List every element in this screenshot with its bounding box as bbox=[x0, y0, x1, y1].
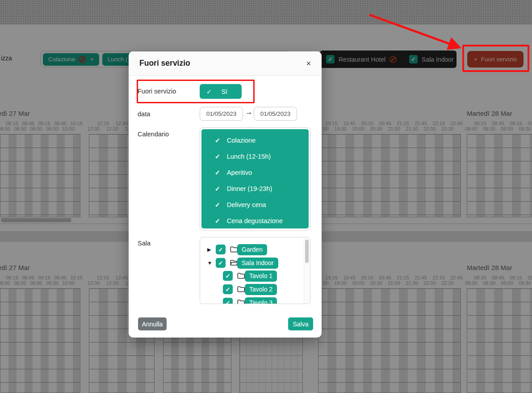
cancel-button[interactable]: Annulla bbox=[138, 317, 167, 330]
check-icon: ✓ bbox=[206, 88, 212, 95]
calendario-option[interactable]: ✓Lunch (12-15h) bbox=[201, 148, 309, 165]
date-from-input[interactable] bbox=[200, 107, 243, 121]
caret-right-icon[interactable]: ▶ bbox=[207, 247, 211, 253]
calendario-option[interactable]: ✓Colazione bbox=[201, 132, 309, 148]
calendario-option-label: Delivery cena bbox=[227, 201, 266, 208]
check-icon: ✓ bbox=[215, 137, 220, 144]
out-of-service-toggle[interactable]: ✓ Sì bbox=[200, 84, 242, 99]
folder-icon bbox=[237, 285, 246, 294]
toggle-value: Sì bbox=[222, 88, 227, 95]
calendario-option[interactable]: ✓Aperitivo bbox=[201, 165, 309, 181]
tree-checkbox[interactable]: ✓ bbox=[223, 298, 233, 304]
caret-down-icon[interactable]: ▼ bbox=[207, 260, 212, 266]
calendario-option-label: Dinner (19-23h) bbox=[227, 185, 272, 192]
tree-checkbox[interactable]: ✓ bbox=[216, 245, 226, 254]
tree-row-tavolo-2: ✓Tavolo 2 bbox=[200, 283, 304, 295]
out-of-service-field-label: Fuori servizio bbox=[138, 88, 176, 95]
tree-node-label[interactable]: Tavolo 1 bbox=[245, 270, 277, 282]
calendario-option[interactable]: ✓Cena degustazione bbox=[201, 213, 309, 229]
calendario-option-label: Colazione bbox=[227, 137, 256, 144]
tree-node-label[interactable]: Garden bbox=[237, 244, 267, 255]
save-button[interactable]: Salva bbox=[288, 317, 313, 330]
calendario-listbox: ✓Colazione✓Lunch (12-15h)✓Aperitivo✓Dinn… bbox=[200, 127, 310, 230]
screen: izza Colazione×Lunch (12-15h) ✓Restauran… bbox=[0, 0, 532, 393]
check-icon: ✓ bbox=[215, 201, 220, 208]
calendario-option-label: Lunch (12-15h) bbox=[227, 153, 271, 160]
tree-row-sala-indoor: ▼✓Sala Indoor bbox=[200, 257, 304, 269]
sala-field-label: Sala bbox=[138, 240, 151, 247]
date-to-input[interactable] bbox=[254, 107, 297, 121]
tree-scrollbar[interactable] bbox=[304, 237, 310, 304]
close-icon[interactable]: × bbox=[306, 59, 311, 68]
sala-tree-box: ▶✓Garden▼✓Sala Indoor✓Tavolo 1✓Tavolo 2✓… bbox=[200, 237, 310, 304]
fuori-servizio-modal: Fuori servizio × Fuori servizio ✓ Sì dat… bbox=[129, 51, 322, 338]
check-icon: ✓ bbox=[215, 153, 220, 160]
tree-node-label[interactable]: Tavolo 2 bbox=[245, 284, 277, 295]
tree-row-tavolo-1: ✓Tavolo 1 bbox=[200, 270, 304, 282]
modal-title: Fuori servizio bbox=[139, 59, 190, 68]
calendario-option-label: Aperitivo bbox=[227, 169, 252, 176]
tree-checkbox[interactable]: ✓ bbox=[223, 284, 233, 294]
tree-node-label[interactable]: Sala Indoor bbox=[237, 258, 278, 269]
calendario-option-label: Cena degustazione bbox=[227, 217, 283, 224]
date-field-label: data bbox=[138, 110, 150, 118]
calendario-option[interactable]: ✓Delivery cena bbox=[201, 197, 309, 213]
check-icon: ✓ bbox=[215, 185, 220, 192]
check-icon: ✓ bbox=[215, 169, 220, 176]
arrow-right-icon: → bbox=[244, 108, 253, 117]
tree-node-label[interactable]: Tavolo 3 bbox=[245, 297, 277, 304]
tree-checkbox[interactable]: ✓ bbox=[223, 271, 233, 281]
calendario-option[interactable]: ✓Dinner (19-23h) bbox=[201, 181, 309, 197]
modal-header: Fuori servizio × bbox=[129, 51, 322, 76]
tree-scrollbar-thumb[interactable] bbox=[305, 240, 309, 263]
calendario-list: ✓Colazione✓Lunch (12-15h)✓Aperitivo✓Dinn… bbox=[201, 129, 309, 228]
tree-checkbox[interactable]: ✓ bbox=[216, 258, 226, 268]
tree-row-garden: ▶✓Garden bbox=[200, 244, 304, 255]
calendario-field-label: Calendario bbox=[138, 131, 169, 138]
folder-icon bbox=[237, 298, 246, 304]
check-icon: ✓ bbox=[215, 217, 220, 224]
tree-row-tavolo-3: ✓Tavolo 3 bbox=[200, 297, 304, 304]
folder-icon bbox=[237, 271, 246, 280]
